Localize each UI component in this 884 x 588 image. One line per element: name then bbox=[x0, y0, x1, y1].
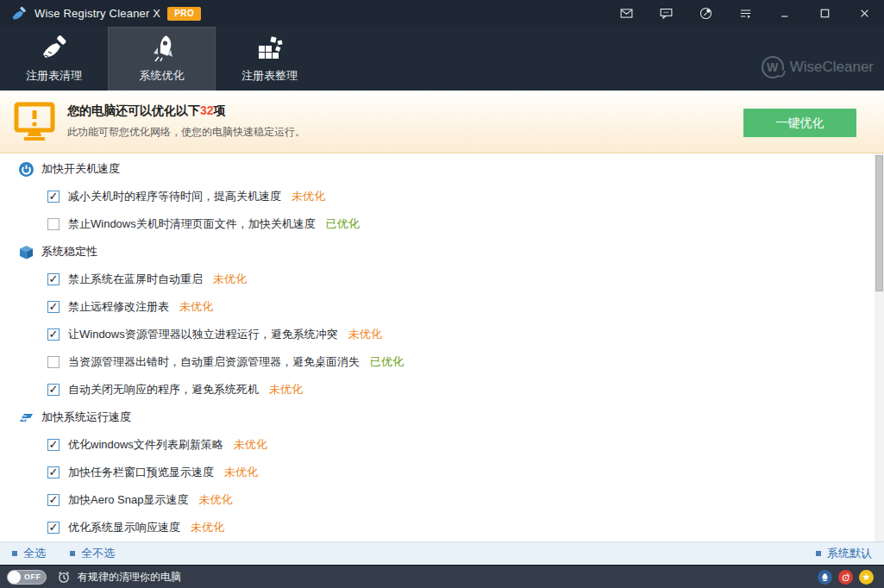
section-items: 优化windows文件列表刷新策略 未优化 加快任务栏窗口预览显示速度 未优化 … bbox=[0, 431, 884, 541]
defrag-icon bbox=[254, 34, 285, 63]
cube-icon bbox=[19, 245, 34, 260]
toggle-state-label: OFF bbox=[24, 572, 41, 581]
item-label: 自动关闭无响应的程序，避免系统死机 bbox=[68, 382, 259, 397]
section-header: 加快系统运行速度 bbox=[0, 403, 884, 431]
power-icon bbox=[19, 162, 34, 177]
qq-share-icon[interactable] bbox=[818, 570, 832, 585]
tab-label: 注册表清理 bbox=[26, 68, 82, 84]
one-click-optimize-button[interactable]: 一键优化 bbox=[743, 109, 856, 137]
bullet-icon bbox=[816, 551, 821, 556]
schedule-toggle[interactable]: OFF bbox=[7, 570, 47, 585]
item-status: 未优化 bbox=[179, 299, 213, 315]
item-status: 未优化 bbox=[224, 465, 258, 480]
optimization-list-area: 加快开关机速度 减小关机时的程序等待时间，提高关机速度 未优化 禁止Window… bbox=[0, 153, 884, 541]
system-default-link[interactable]: 系统默认 bbox=[816, 546, 872, 561]
toggle-knob bbox=[8, 571, 21, 584]
status-bar: OFF 有规律的清理你的电脑 ★ bbox=[0, 565, 884, 588]
section: 系统稳定性 禁止系统在蓝屏时自动重启 未优化 禁止远程修改注册表 未优化 让Wi… bbox=[0, 238, 884, 403]
item-status: 未优化 bbox=[269, 382, 303, 397]
list-item: 加快Aero Snap显示速度 未优化 bbox=[0, 486, 884, 514]
item-label: 禁止Windows关机时清理页面文件，加快关机速度 bbox=[68, 216, 316, 232]
item-status: 未优化 bbox=[198, 492, 232, 508]
item-status: 未优化 bbox=[234, 437, 267, 453]
list-item: 禁止Windows关机时清理页面文件，加快关机速度 已优化 bbox=[0, 210, 884, 238]
brand-text: WiseCleaner bbox=[790, 59, 874, 76]
speed-icon bbox=[19, 410, 34, 425]
section-title: 系统稳定性 bbox=[41, 244, 97, 260]
item-checkbox[interactable] bbox=[47, 191, 60, 203]
scrollbar-track[interactable] bbox=[875, 153, 884, 541]
item-status: 未优化 bbox=[213, 272, 247, 287]
section-header: 系统稳定性 bbox=[0, 238, 884, 266]
banner-subtitle: 此功能可帮您优化网络，使您的电脑快速稳定运行。 bbox=[67, 125, 305, 140]
item-label: 优化系统显示响应速度 bbox=[68, 520, 180, 535]
item-checkbox[interactable] bbox=[47, 522, 60, 534]
banner-text: 您的电脑还可以优化以下32项 此功能可帮您优化网络，使您的电脑快速稳定运行。 bbox=[67, 103, 305, 140]
item-checkbox[interactable] bbox=[47, 273, 60, 285]
item-label: 优化windows文件列表刷新策略 bbox=[68, 437, 223, 453]
item-label: 禁止系统在蓝屏时自动重启 bbox=[68, 272, 203, 287]
minimize-button[interactable] bbox=[765, 0, 805, 27]
section-title: 加快系统运行速度 bbox=[41, 410, 131, 425]
weibo-share-icon[interactable] bbox=[838, 570, 853, 585]
list-item: 自动关闭无响应的程序，避免系统死机 未优化 bbox=[0, 376, 884, 403]
titlebar: Wise Registry Cleaner X PRO bbox=[0, 0, 884, 27]
select-all-link[interactable]: 全选 bbox=[12, 546, 46, 561]
tabbar: 注册表清理 系统优化 注册表整理 W WiseCleaner bbox=[0, 27, 884, 91]
tab-label: 系统优化 bbox=[140, 68, 185, 84]
item-checkbox[interactable] bbox=[47, 301, 60, 313]
optimizable-count: 32 bbox=[200, 103, 214, 117]
tools-icon[interactable] bbox=[686, 0, 725, 27]
item-checkbox[interactable] bbox=[47, 494, 60, 506]
item-label: 当资源管理器出错时，自动重启资源管理器，避免桌面消失 bbox=[68, 354, 360, 370]
bullet-icon bbox=[12, 551, 17, 556]
tab-label: 注册表整理 bbox=[241, 68, 298, 84]
mail-icon[interactable] bbox=[606, 0, 646, 27]
optimization-banner: 您的电脑还可以优化以下32项 此功能可帮您优化网络，使您的电脑快速稳定运行。 一… bbox=[0, 91, 884, 153]
item-status: 未优化 bbox=[191, 520, 224, 535]
list-item: 当资源管理器出错时，自动重启资源管理器，避免桌面消失 已优化 bbox=[0, 348, 884, 376]
list-item: 优化系统显示响应速度 未优化 bbox=[0, 514, 884, 541]
menu-icon[interactable] bbox=[725, 0, 765, 27]
select-none-link[interactable]: 全不选 bbox=[70, 546, 115, 561]
item-label: 禁止远程修改注册表 bbox=[68, 299, 169, 315]
close-button[interactable] bbox=[844, 0, 884, 27]
status-message: 有规律的清理你的电脑 bbox=[78, 570, 181, 585]
section-header: 加快开关机速度 bbox=[0, 155, 884, 183]
pro-badge: PRO bbox=[167, 7, 201, 21]
item-checkbox[interactable] bbox=[47, 384, 60, 396]
list-item: 让Windows资源管理器以独立进程运行，避免系统冲突 未优化 bbox=[0, 321, 884, 348]
item-checkbox[interactable] bbox=[47, 439, 60, 451]
rocket-icon bbox=[147, 34, 178, 63]
section-items: 减小关机时的程序等待时间，提高关机速度 未优化 禁止Windows关机时清理页面… bbox=[0, 183, 884, 238]
list-item: 加快任务栏窗口预览显示速度 未优化 bbox=[0, 459, 884, 486]
list-item: 优化windows文件列表刷新策略 未优化 bbox=[0, 431, 884, 459]
item-status: 未优化 bbox=[348, 327, 382, 342]
item-checkbox[interactable] bbox=[47, 328, 60, 341]
item-label: 减小关机时的程序等待时间，提高关机速度 bbox=[68, 189, 281, 204]
scrollbar-thumb[interactable] bbox=[875, 155, 883, 291]
monitor-alert-icon bbox=[14, 102, 55, 141]
item-checkbox[interactable] bbox=[47, 218, 60, 230]
feedback-icon[interactable] bbox=[646, 0, 686, 27]
item-checkbox[interactable] bbox=[47, 466, 60, 479]
brush-icon bbox=[39, 34, 70, 63]
item-checkbox[interactable] bbox=[47, 356, 60, 368]
brand: W WiseCleaner bbox=[762, 56, 874, 78]
tab-registry-cleaner[interactable]: 注册表清理 bbox=[0, 27, 108, 91]
tab-system-tuneup[interactable]: 系统优化 bbox=[108, 27, 216, 91]
favorite-star-icon[interactable]: ★ bbox=[859, 570, 874, 585]
wisecleaner-logo-icon: W bbox=[762, 56, 784, 78]
footer-bar: 全选 全不选 系统默认 bbox=[0, 541, 884, 565]
item-status: 已优化 bbox=[370, 354, 404, 370]
section: 加快系统运行速度 优化windows文件列表刷新策略 未优化 加快任务栏窗口预览… bbox=[0, 403, 884, 541]
item-status: 未优化 bbox=[292, 189, 325, 204]
maximize-button[interactable] bbox=[805, 0, 844, 27]
list-item: 减小关机时的程序等待时间，提高关机速度 未优化 bbox=[0, 183, 884, 210]
list-item: 禁止系统在蓝屏时自动重启 未优化 bbox=[0, 266, 884, 293]
alarm-clock-icon bbox=[57, 570, 71, 584]
bullet-icon bbox=[70, 551, 75, 556]
tab-registry-defrag[interactable]: 注册表整理 bbox=[216, 27, 323, 91]
item-status: 已优化 bbox=[326, 216, 360, 232]
section-title: 加快开关机速度 bbox=[41, 161, 120, 177]
